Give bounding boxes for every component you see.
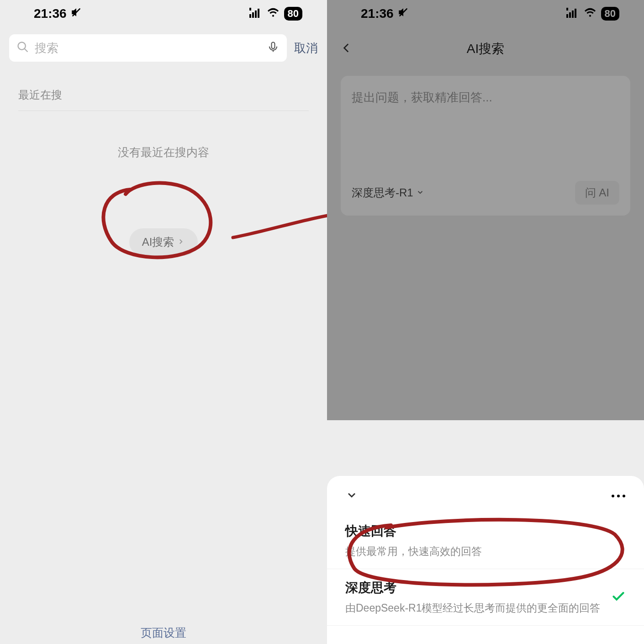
signal-icon bbox=[249, 6, 262, 21]
recent-search-header: 最近在搜 bbox=[0, 69, 327, 111]
svg-point-14 bbox=[617, 495, 620, 497]
battery-badge: 80 bbox=[284, 7, 302, 21]
ai-search-screen: 21:36 80 AI搜索 提出问题，获取精准回答.. bbox=[327, 0, 644, 644]
modal-overlay[interactable] bbox=[327, 0, 644, 420]
search-row: 取消 bbox=[0, 27, 327, 69]
chevron-right-icon bbox=[177, 236, 185, 248]
svg-rect-4 bbox=[249, 8, 251, 11]
svg-point-5 bbox=[18, 42, 26, 50]
collapse-sheet-button[interactable] bbox=[345, 489, 358, 503]
svg-rect-7 bbox=[272, 42, 275, 49]
more-icon[interactable] bbox=[611, 492, 626, 500]
option-title: 深度思考 bbox=[345, 579, 626, 596]
mic-icon[interactable] bbox=[267, 41, 280, 55]
empty-recent-text: 没有最近在搜内容 bbox=[0, 145, 327, 160]
search-screen: 21:36 80 取消 最近在搜 没有最近在搜内 bbox=[0, 0, 327, 644]
option-deep-think[interactable]: 深度思考 由DeepSeek-R1模型经过长思考而提供的更全面的回答 bbox=[327, 569, 644, 626]
model-picker-sheet: 快速回答 提供最常用，快速高效的回答 深度思考 由DeepSeek-R1模型经过… bbox=[327, 476, 644, 644]
search-icon bbox=[16, 41, 29, 55]
svg-rect-2 bbox=[255, 11, 257, 18]
option-desc: 由DeepSeek-R1模型经过长思考而提供的更全面的回答 bbox=[345, 601, 626, 615]
ai-search-button[interactable]: AI搜索 bbox=[129, 228, 198, 256]
svg-rect-3 bbox=[258, 9, 259, 18]
ai-search-label: AI搜索 bbox=[142, 235, 174, 249]
page-settings-link[interactable]: 页面设置 bbox=[0, 625, 327, 644]
cancel-button[interactable]: 取消 bbox=[294, 40, 318, 56]
status-bar: 21:36 80 bbox=[0, 0, 327, 27]
svg-point-13 bbox=[612, 495, 614, 497]
wifi-icon bbox=[267, 6, 280, 21]
option-quick-answer[interactable]: 快速回答 提供最常用，快速高效的回答 bbox=[327, 512, 644, 569]
check-icon bbox=[611, 589, 626, 606]
svg-point-15 bbox=[623, 495, 625, 497]
search-input[interactable] bbox=[35, 41, 261, 55]
option-title: 快速回答 bbox=[345, 523, 626, 540]
mute-icon bbox=[70, 6, 82, 21]
option-desc: 提供最常用，快速高效的回答 bbox=[345, 544, 626, 559]
svg-rect-1 bbox=[252, 12, 254, 18]
divider bbox=[18, 111, 309, 111]
search-box[interactable] bbox=[9, 34, 287, 62]
svg-rect-0 bbox=[249, 14, 251, 18]
clock-text: 21:36 bbox=[34, 6, 67, 21]
svg-line-6 bbox=[25, 49, 28, 52]
